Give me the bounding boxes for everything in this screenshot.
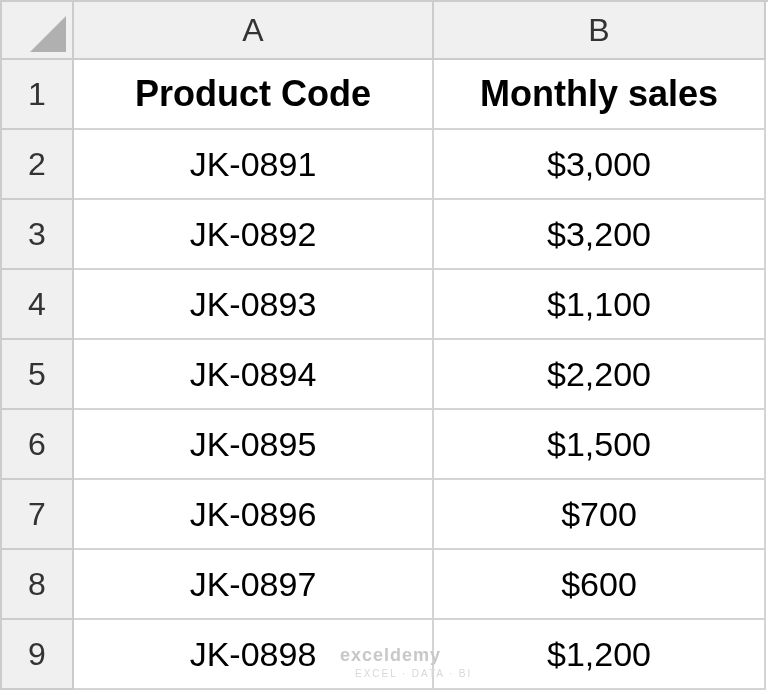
row-header-7[interactable]: 7 (2, 480, 74, 550)
cell-b8[interactable]: $600 (434, 550, 766, 620)
cell-a7[interactable]: JK-0896 (74, 480, 434, 550)
cell-b1[interactable]: Monthly sales (434, 60, 766, 130)
cell-b3[interactable]: $3,200 (434, 200, 766, 270)
spreadsheet-grid: A B 1 Product Code Monthly sales 2 JK-08… (0, 0, 768, 690)
column-header-b[interactable]: B (434, 2, 766, 60)
cell-a2[interactable]: JK-0891 (74, 130, 434, 200)
row-header-5[interactable]: 5 (2, 340, 74, 410)
row-header-2[interactable]: 2 (2, 130, 74, 200)
cell-b5[interactable]: $2,200 (434, 340, 766, 410)
cell-b6[interactable]: $1,500 (434, 410, 766, 480)
cell-a5[interactable]: JK-0894 (74, 340, 434, 410)
cell-a1[interactable]: Product Code (74, 60, 434, 130)
cell-a6[interactable]: JK-0895 (74, 410, 434, 480)
row-header-1[interactable]: 1 (2, 60, 74, 130)
cell-b2[interactable]: $3,000 (434, 130, 766, 200)
row-header-9[interactable]: 9 (2, 620, 74, 690)
row-header-8[interactable]: 8 (2, 550, 74, 620)
cell-a8[interactable]: JK-0897 (74, 550, 434, 620)
select-all-corner[interactable] (2, 2, 74, 60)
row-header-3[interactable]: 3 (2, 200, 74, 270)
row-header-4[interactable]: 4 (2, 270, 74, 340)
row-header-6[interactable]: 6 (2, 410, 74, 480)
cell-b4[interactable]: $1,100 (434, 270, 766, 340)
cell-a4[interactable]: JK-0893 (74, 270, 434, 340)
cell-a3[interactable]: JK-0892 (74, 200, 434, 270)
column-header-a[interactable]: A (74, 2, 434, 60)
cell-b9[interactable]: $1,200 (434, 620, 766, 690)
cell-b7[interactable]: $700 (434, 480, 766, 550)
cell-a9[interactable]: JK-0898 (74, 620, 434, 690)
